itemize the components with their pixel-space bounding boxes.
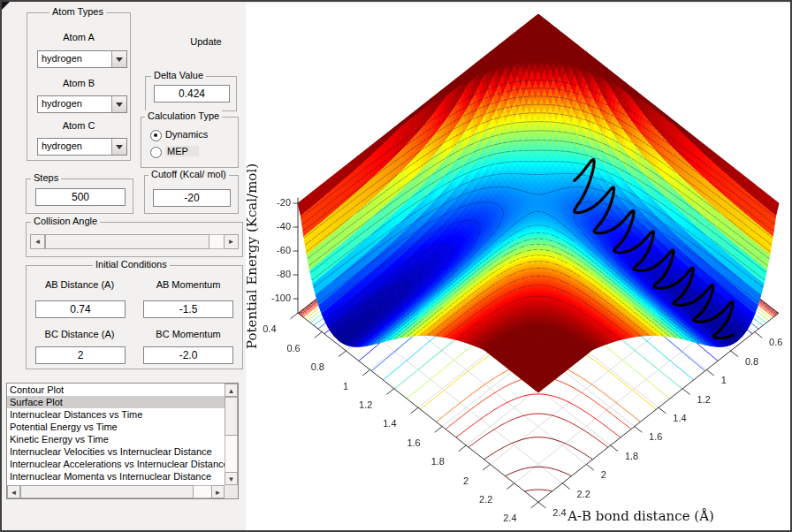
steps-legend: Steps [31,172,61,183]
dynamics-radio-label: Dynamics [165,129,208,140]
chevron-down-icon [116,103,123,110]
app-window: Atom Types Atom A hydrogen Atom B hydrog… [0,0,792,532]
atom-a-label: Atom A [27,32,131,42]
scroll-down-button[interactable]: ▼ [225,472,238,485]
atom-a-dropdown-value: hydrogen [42,53,82,64]
update-button[interactable]: Update [175,36,237,47]
bc-distance-field[interactable]: 2 [35,346,126,364]
atom-b-dropdown[interactable]: hydrogen [37,95,127,113]
scrollbar-thumb[interactable] [225,397,238,436]
bc-momentum-field[interactable]: -2.0 [143,346,233,364]
collision-angle-scrollbar[interactable]: ◄ ► [30,234,239,249]
list-item-selected[interactable]: Surface Plot [7,396,225,408]
list-item[interactable]: Internuclear Distances vs Time [7,408,225,421]
bc-distance-label: BC Distance (A) [26,329,133,339]
scroll-right-button[interactable]: ► [224,234,239,249]
atom-a-dropdown[interactable]: hydrogen [37,50,127,68]
atom-types-legend: Atom Types [50,6,106,17]
calculation-type-group: Calculation Type [141,117,239,168]
atom-c-dropdown-value: hydrogen [42,141,82,151]
list-item[interactable]: Internuclear Accelerations vs Internucle… [7,458,225,470]
plot-type-listbox[interactable]: Contour Plot Surface Plot Internuclear D… [6,383,239,499]
bc-momentum-label: BC Momentum [134,329,242,339]
initial-conditions-legend: Initial Conditions [93,259,170,270]
mep-radio-label: MEP [165,146,199,156]
atom-b-dropdown-value: hydrogen [42,98,82,109]
list-item[interactable]: Internuclear Velocities vs Internuclear … [7,445,225,458]
ab-distance-label: AB Distance (A) [26,279,133,290]
ab-distance-field[interactable]: 0.74 [35,300,126,318]
scrollbar-thumb[interactable] [20,485,194,498]
window-corner-artifact [2,2,10,10]
list-item[interactable]: Contour Plot [7,384,225,396]
scrollbar-thumb[interactable] [45,234,209,249]
scroll-left-button[interactable]: ◄ [30,234,45,249]
delta-value-legend: Delta Value [151,70,206,80]
delta-value-field[interactable]: 0.424 [154,85,230,103]
ab-momentum-field[interactable]: -1.5 [143,300,233,318]
mep-radio[interactable] [150,147,162,158]
atom-c-dropdown-button[interactable] [111,139,126,155]
surface-plot-canvas [246,4,790,530]
list-item[interactable]: Potential Energy vs Time [7,421,225,433]
cutoff-field[interactable]: -20 [153,189,231,207]
collision-angle-legend: Collision Angle [31,216,100,226]
listbox-horizontal-scrollbar[interactable]: ◄ ► [7,485,225,498]
scroll-left-button[interactable]: ◄ [7,485,20,498]
steps-field[interactable]: 500 [35,188,126,206]
ab-momentum-label: AB Momentum [134,279,242,290]
atom-c-label: Atom C [27,120,131,131]
atom-a-dropdown-button[interactable] [111,51,126,67]
calculation-type-legend: Calculation Type [145,110,222,121]
list-item[interactable]: Kinetic Energy vs Time [7,433,225,445]
list-item[interactable]: Internuclear Momenta vs Internuclear Dis… [7,470,225,483]
scroll-right-button[interactable]: ► [211,485,225,498]
cutoff-legend: Cutoff (Kcal/ mol) [148,169,229,179]
listbox-vertical-scrollbar[interactable]: ▲ ▼ [225,384,238,485]
chevron-down-icon [116,57,123,65]
chevron-down-icon [116,145,123,153]
atom-b-dropdown-button[interactable] [111,96,126,112]
scroll-up-button[interactable]: ▲ [225,384,238,397]
dynamics-radio[interactable] [150,130,162,141]
atom-c-dropdown[interactable]: hydrogen [37,138,127,156]
atom-b-label: Atom B [27,78,131,88]
scrollbar-corner [225,485,238,498]
